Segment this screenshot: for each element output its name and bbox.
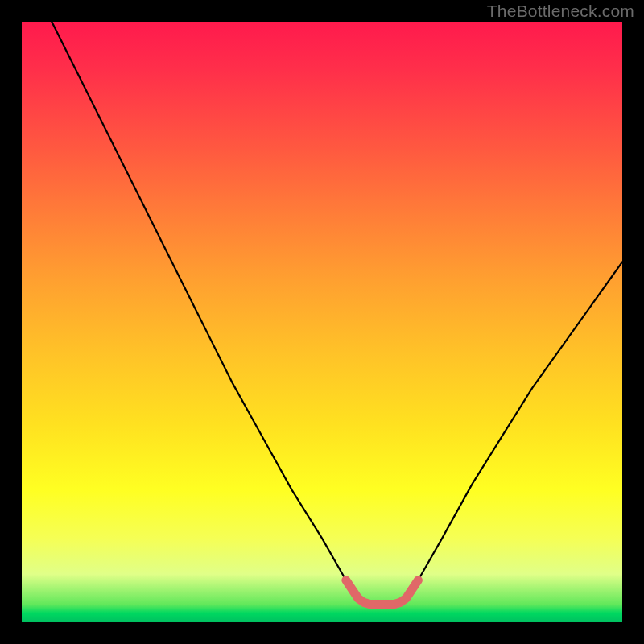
plot-area bbox=[22, 22, 622, 622]
chart-frame: TheBottleneck.com bbox=[0, 0, 644, 644]
sweet-spot-marker bbox=[346, 580, 419, 605]
curve-layer bbox=[22, 22, 622, 622]
bottleneck-curve bbox=[52, 22, 622, 605]
watermark-text: TheBottleneck.com bbox=[487, 2, 634, 21]
